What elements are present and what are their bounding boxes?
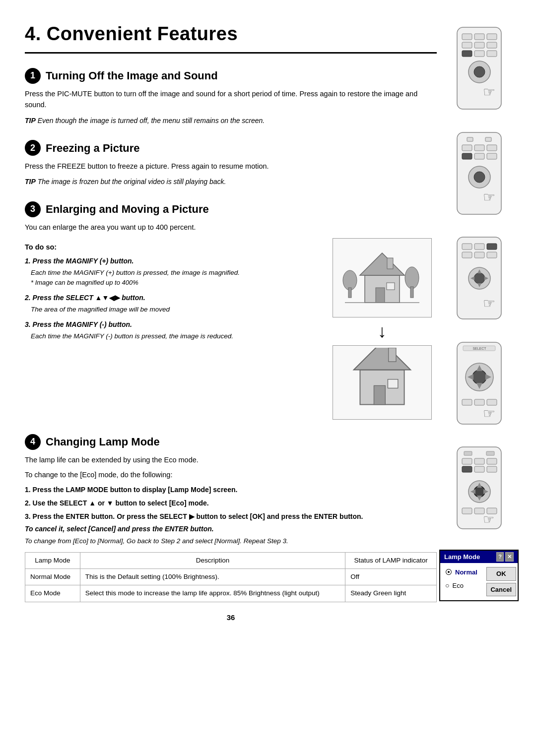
section-1-body: Press the PIC-MUTE button to turn off th…	[25, 89, 437, 111]
remote-illustration-4: SELECT ☞	[453, 340, 505, 430]
tip-label-2: TIP	[25, 178, 36, 186]
table-cell-status-eco: Steady Green light	[345, 585, 437, 602]
to-do-so-label: To do so:	[25, 242, 318, 253]
remote-illustration-2: ☞	[453, 130, 505, 220]
dialog-cancel-button[interactable]: Cancel	[486, 583, 516, 597]
svg-rect-16	[462, 34, 472, 40]
svg-text:☞: ☞	[483, 512, 494, 527]
table-row-eco: Eco Mode Select this mode to increase th…	[25, 585, 437, 602]
dialog-close-icon: ✕	[505, 552, 514, 562]
section-2-number: 2	[25, 140, 41, 156]
right-sidebar: ☞ ☞	[447, 20, 511, 623]
svg-rect-75	[487, 466, 497, 472]
lamp-mode-title: Lamp Mode	[444, 552, 480, 562]
dialog-ok-button[interactable]: OK	[486, 567, 516, 581]
svg-rect-23	[474, 51, 484, 57]
svg-point-48	[474, 273, 485, 284]
chapter-title: 4. Convenient Features	[25, 20, 437, 54]
svg-rect-36	[487, 153, 497, 159]
svg-rect-30	[485, 137, 491, 141]
svg-point-5	[343, 270, 357, 290]
section-3: 3 Enlarging and Moving a Picture You can…	[25, 201, 437, 420]
page-number: 36	[25, 612, 437, 624]
step-2: 2. Press the SELECT ▲▼◀▶ button. The are…	[25, 293, 318, 315]
remote-illustration-1: ☞	[453, 25, 505, 115]
lamp-mode-dialog: Lamp Mode ? ✕ ⦿ Normal ○ Eco	[439, 550, 519, 602]
section-4: 4 Changing Lamp Mode The lamp life can b…	[25, 434, 437, 602]
step-3: 3. Press the MAGNIFY (-) button. Each ti…	[25, 319, 318, 341]
svg-rect-2	[387, 283, 395, 290]
svg-marker-3	[360, 253, 404, 275]
svg-text:☞: ☞	[483, 84, 495, 100]
svg-text:SELECT: SELECT	[472, 347, 486, 350]
lamp-mode-title-bar: Lamp Mode ? ✕	[440, 551, 518, 564]
section-3-number: 3	[25, 201, 41, 217]
section-3-steps: To do so: 1. Press the MAGNIFY (+) butto…	[25, 238, 318, 420]
svg-text:☞: ☞	[483, 296, 495, 311]
svg-rect-46	[487, 252, 497, 258]
svg-point-58	[472, 370, 486, 384]
lamp-mode-options-row: ⦿ Normal ○ Eco OK Cancel	[445, 567, 513, 596]
radio-label-normal: Normal	[455, 567, 477, 577]
section-1: 1 Turning Off the Image and Sound Press …	[25, 67, 437, 126]
svg-rect-41	[462, 244, 472, 250]
lamp-mode-body: ⦿ Normal ○ Eco OK Cancel	[440, 563, 518, 600]
step-2-desc: The area of the magnified image will be …	[25, 305, 318, 315]
svg-rect-82	[462, 508, 472, 514]
remote-svg-2: ☞	[453, 130, 505, 217]
svg-text:☞: ☞	[483, 189, 495, 205]
svg-rect-1	[376, 288, 385, 303]
table-row-normal: Normal Mode This is the Default setting …	[25, 569, 437, 585]
table-cell-desc-normal: This is the Default setting (100% Bright…	[80, 569, 345, 585]
table-cell-status-normal: Off	[345, 569, 437, 585]
svg-rect-34	[462, 153, 472, 159]
svg-rect-42	[474, 244, 484, 250]
section-3-layout: To do so: 1. Press the MAGNIFY (+) butto…	[25, 238, 437, 420]
section-3-illustrations: ↓	[328, 238, 437, 420]
section-2-heading: 2 Freezing a Picture	[25, 140, 437, 156]
table-header-description: Description	[80, 552, 345, 568]
section-2-body: Press the FREEZE button to freeze a pict…	[25, 161, 437, 172]
house-zoomed-illustration	[333, 345, 432, 420]
radio-row-normal: ⦿ Normal	[445, 567, 477, 577]
remote-svg-5: ☞	[453, 444, 505, 531]
step-1: 1. Press the MAGNIFY (+) button. Each ti…	[25, 256, 318, 288]
section-4-step1: 1. Press the LAMP MODE button to display…	[25, 485, 437, 495]
step-2-title: 2. Press the SELECT ▲▼◀▶ button.	[25, 293, 318, 303]
section-3-heading: 3 Enlarging and Moving a Picture	[25, 201, 437, 217]
table-header-mode: Lamp Mode	[25, 552, 80, 568]
remote-svg-4: SELECT ☞	[453, 340, 505, 427]
svg-rect-22	[462, 51, 472, 57]
svg-rect-18	[487, 34, 497, 40]
remote-svg-3: ☞	[453, 235, 505, 321]
section-3-title: Enlarging and Moving a Picture	[46, 201, 209, 217]
svg-rect-35	[474, 153, 484, 159]
section-4-italic-note: To change from [Eco] to [Normal], Go bac…	[25, 536, 437, 546]
section-1-title: Turning Off the Image and Sound	[46, 67, 218, 84]
svg-point-38	[474, 172, 485, 183]
svg-rect-17	[474, 34, 484, 40]
section-2-tip: TIP The image is frozen but the original…	[25, 177, 437, 187]
section-3-body: You can enlarge the area you want up to …	[25, 222, 437, 233]
svg-rect-70	[462, 458, 472, 464]
svg-rect-32	[474, 145, 484, 151]
svg-rect-71	[474, 458, 484, 464]
svg-rect-29	[467, 137, 473, 141]
remote-illustration-3: ☞	[453, 235, 505, 325]
remote-svg-1: ☞	[453, 25, 505, 112]
svg-rect-12	[388, 379, 398, 388]
svg-rect-72	[487, 458, 497, 464]
svg-rect-4	[387, 258, 393, 269]
dialog-close-area: ? ✕	[496, 552, 514, 562]
section-2: 2 Freezing a Picture Press the FREEZE bu…	[25, 140, 437, 188]
svg-rect-68	[464, 451, 472, 455]
dialog-buttons: OK Cancel	[486, 567, 516, 596]
table-cell-mode-normal: Normal Mode	[25, 569, 80, 585]
section-4-body1: The lamp life can be extended by using t…	[25, 455, 437, 466]
svg-rect-63	[462, 399, 472, 405]
section-4-step2: 2. Use the SELECT ▲ or ▼ button to selec…	[25, 498, 437, 508]
step-1-note: * Image can be magnified up to 400%	[25, 278, 318, 288]
table-header-status: Status of LAMP indicator	[345, 552, 437, 568]
radio-eco-icon: ○	[445, 580, 449, 591]
arrow-down-icon: ↓	[378, 322, 387, 340]
